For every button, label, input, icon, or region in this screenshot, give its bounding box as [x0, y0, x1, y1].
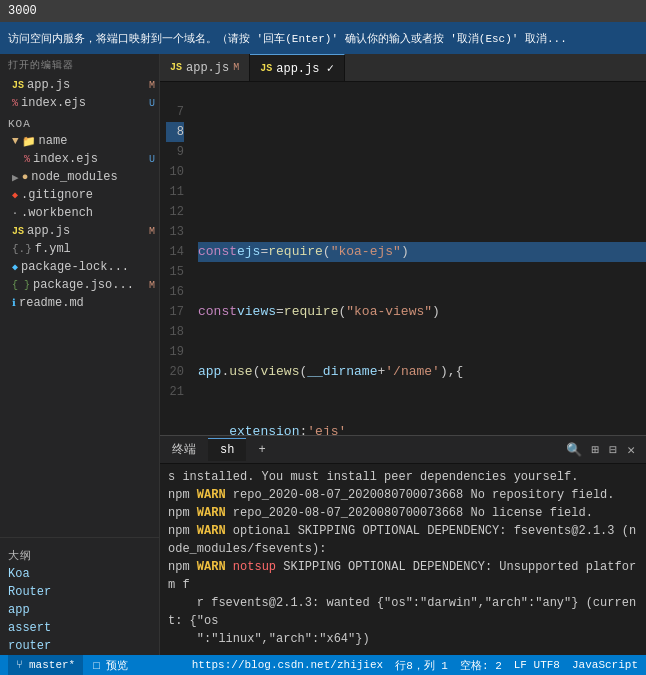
port-number: 3000	[8, 4, 37, 18]
json-icon: { }	[12, 280, 30, 291]
terminal-search-btn[interactable]: 🔍	[563, 442, 585, 458]
folder-icon: 📁	[22, 135, 36, 148]
terminal-tab-bar: 终端 sh + 🔍 ⊞ ⊟ ✕	[160, 436, 646, 464]
terminal-close-btn[interactable]: ✕	[624, 442, 638, 458]
tab-appjs2[interactable]: JS app.js ✓	[250, 54, 345, 81]
git-branch-icon: ⑂	[16, 659, 23, 671]
outline-router2[interactable]: router	[0, 637, 159, 655]
code-line-10: app.use(views(__dirname+'/name'),{	[198, 362, 646, 382]
open-file-appjs[interactable]: JS app.js M	[0, 76, 159, 94]
top-bar: 3000	[0, 0, 646, 22]
tab-appjs[interactable]: JS app.js M	[160, 54, 250, 81]
outline-router[interactable]: Router	[0, 583, 159, 601]
terminal-line: npm WARN repo_2020-08-07_202008070007366…	[168, 504, 638, 522]
status-right: https://blog.csdn.net/zhijiex 行8，列 1 空格:…	[192, 658, 638, 673]
file-appjs[interactable]: JS app.js M	[0, 222, 159, 240]
code-line	[198, 122, 646, 142]
folder-name[interactable]: ▼ 📁 name	[0, 132, 159, 150]
dot-icon: ·	[12, 208, 18, 219]
folder-arrow: ▼	[12, 135, 19, 147]
terminal-split-btn[interactable]: ⊞	[589, 442, 603, 458]
status-spaces[interactable]: 空格: 2	[460, 658, 502, 673]
code-line-11: extension:'ejs'	[198, 422, 646, 435]
git-icon: ◆	[12, 189, 18, 201]
terminal-line	[168, 648, 638, 655]
notification-bar: 访问空间内服务，将端口映射到一个域名。（请按 '回车(Enter)' 确认你的输…	[0, 22, 646, 54]
folder-node-modules[interactable]: ▶ ● node_modules	[0, 168, 159, 186]
terminal-line: s installed. You must install peer depen…	[168, 468, 638, 486]
git-branch-label: master*	[29, 659, 75, 671]
appjs-icon: JS	[12, 226, 24, 237]
terminal-line: npm WARN optional SKIPPING OPTIONAL DEPE…	[168, 522, 638, 558]
code-line-9: const views = require("koa-views")	[198, 302, 646, 322]
terminal-tab-sh[interactable]: sh	[208, 438, 246, 461]
open-file-indexejs[interactable]: % index.ejs U	[0, 94, 159, 112]
folder-collapsed-arrow: ▶	[12, 171, 19, 184]
status-bar: ⑂ master* □ 预览 https://blog.csdn.net/zhi…	[0, 655, 646, 675]
tab-js-icon: JS	[170, 62, 182, 73]
koa-section-header: KOA	[0, 112, 159, 132]
status-position[interactable]: 行8，列 1	[395, 658, 448, 673]
code-editor[interactable]: 7 8 9 10 11 12 13 14 15 16 17 18 19 20 2…	[160, 82, 646, 435]
status-language[interactable]: JavaScript	[572, 659, 638, 671]
yml-icon: {.}	[12, 243, 32, 255]
notification-text: 访问空间内服务，将端口映射到一个域名。（请按 '回车(Enter)' 确认你的输…	[8, 31, 567, 46]
terminal-content[interactable]: s installed. You must install peer depen…	[160, 464, 646, 655]
ejs-file-icon: %	[24, 154, 30, 165]
status-url[interactable]: https://blog.csdn.net/zhijiex	[192, 659, 383, 671]
terminal-line: npm WARN notsup SKIPPING OPTIONAL DEPEND…	[168, 558, 638, 648]
outline-header: 大纲	[0, 542, 159, 565]
terminal-line: npm WARN repo_2020-08-07_202008070007366…	[168, 486, 638, 504]
status-preview[interactable]: □ 预览	[93, 658, 128, 673]
terminal-section: 终端 sh + 🔍 ⊞ ⊟ ✕ s installed. You must in…	[160, 435, 646, 655]
line-numbers: 7 8 9 10 11 12 13 14 15 16 17 18 19 20 2…	[160, 82, 190, 435]
code-line	[198, 182, 646, 202]
file-workbench[interactable]: · .workbench	[0, 204, 159, 222]
pkg-lock-icon: ◆	[12, 261, 18, 273]
file-gitignore[interactable]: ◆ .gitignore	[0, 186, 159, 204]
file-readme[interactable]: ℹ readme.md	[0, 294, 159, 312]
file-package-lock[interactable]: ◆ package-lock...	[0, 258, 159, 276]
ejs-icon: %	[12, 98, 18, 109]
code-line-8: const ejs = require("koa-ejs")	[198, 242, 646, 262]
file-packagejson[interactable]: { } package.jso... M	[0, 276, 159, 294]
file-tree: ▼ 📁 name % index.ejs U ▶ ● node_modules …	[0, 132, 159, 533]
file-fyml[interactable]: {.} f.yml	[0, 240, 159, 258]
open-editors-header: 打开的编辑器	[0, 54, 159, 76]
outline-app[interactable]: app	[0, 601, 159, 619]
outline-assert[interactable]: assert	[0, 619, 159, 637]
editor-tab-bar: JS app.js M JS app.js ✓	[160, 54, 646, 82]
terminal-max-btn[interactable]: ⊟	[606, 442, 620, 458]
terminal-actions: 🔍 ⊞ ⊟ ✕	[563, 442, 646, 458]
editor-area: JS app.js M JS app.js ✓ 7 8 9 10 11 12 1…	[160, 54, 646, 655]
status-encoding[interactable]: LF UTF8	[514, 659, 560, 671]
outline-list: Koa Router app assert router	[0, 565, 159, 655]
outline-koa[interactable]: Koa	[0, 565, 159, 583]
terminal-tab-output[interactable]: 终端	[160, 437, 208, 462]
sidebar: 打开的编辑器 JS app.js M % index.ejs U KOA ▼ 📁…	[0, 54, 160, 655]
terminal-tab-add[interactable]: +	[246, 439, 277, 461]
file-indexejs[interactable]: % index.ejs U	[0, 150, 159, 168]
node-modules-icon: ●	[22, 171, 29, 183]
status-git[interactable]: ⑂ master*	[8, 655, 83, 675]
code-lines: const ejs = require("koa-ejs") const vie…	[190, 82, 646, 435]
js-icon: JS	[12, 80, 24, 91]
readme-icon: ℹ	[12, 297, 16, 309]
outline-divider	[0, 537, 159, 538]
tab-js-icon2: JS	[260, 63, 272, 74]
main-layout: 打开的编辑器 JS app.js M % index.ejs U KOA ▼ 📁…	[0, 54, 646, 655]
